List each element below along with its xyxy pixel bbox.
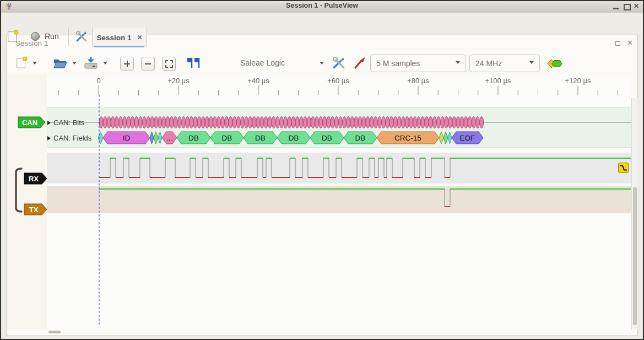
can-bits-row-label[interactable]: CAN: Bits [47, 118, 84, 127]
row-label-text: CAN: Fields [53, 134, 91, 142]
maximize-button[interactable] [624, 4, 631, 10]
horizontal-scrollbar-thumb[interactable] [48, 331, 61, 333]
rx-channel-tag[interactable]: RX [24, 174, 43, 184]
trace-label-gutter [7, 74, 47, 330]
tab-label: Session 1 [96, 34, 131, 42]
trigger-flags-icon [186, 57, 201, 69]
sample-count-select[interactable]: 5 M samples [370, 55, 466, 72]
tab-close-icon[interactable]: ✕ [137, 34, 142, 41]
save-button[interactable] [84, 56, 98, 69]
chevron-down-icon [529, 61, 534, 66]
toolbar-separator [68, 28, 69, 46]
tab-session-1[interactable]: Session 1 ✕ [92, 28, 147, 47]
add-decoder-button[interactable] [546, 59, 563, 68]
close-button[interactable]: ✕ [634, 2, 639, 10]
tx-channel-tag[interactable]: TX [24, 204, 43, 215]
row-label-text: CAN: Bits [53, 118, 84, 127]
window-title: Session 1 - PulseView [0, 2, 644, 9]
channels-button[interactable] [353, 56, 367, 70]
new-file-button[interactable] [15, 56, 28, 70]
save-dropdown-icon[interactable] [103, 62, 107, 67]
device-value: Saleae Logic [240, 58, 285, 67]
decoder-icon [546, 59, 563, 68]
configure-wrench-icon [332, 56, 346, 70]
open-folder-icon [53, 57, 67, 69]
tx-channel-row[interactable] [47, 186, 631, 213]
settings-button[interactable] [72, 28, 91, 45]
zoom-fit-icon [165, 60, 173, 68]
minus-icon [145, 63, 151, 64]
sample-rate-select[interactable]: 24 MHz [469, 55, 540, 72]
falling-edge-trigger-icon[interactable] [618, 163, 629, 173]
wrench-screwdriver-icon [75, 30, 88, 43]
rx-channel-row[interactable] [47, 153, 631, 184]
zoom-fit-button[interactable] [162, 57, 176, 71]
probe-icon [353, 56, 367, 70]
panel-float-button[interactable] [615, 41, 620, 46]
chevron-down-icon [456, 61, 460, 66]
panel-close-button[interactable]: ✕ [627, 39, 633, 47]
open-dropdown-icon[interactable] [72, 62, 77, 67]
new-file-dropdown-icon[interactable] [33, 62, 37, 67]
tab-active-accent [94, 46, 144, 47]
open-button[interactable] [53, 57, 67, 69]
can-decoder-row[interactable] [47, 107, 631, 148]
zoom-out-button[interactable] [141, 57, 155, 71]
vertical-scrollbar[interactable] [631, 98, 637, 330]
sample-rate-value: 24 MHz [475, 59, 502, 68]
device-select[interactable]: Saleae Logic [240, 58, 285, 67]
panel-title: Session 1 [15, 39, 48, 47]
zoom-in-button[interactable] [120, 57, 134, 71]
can-decoder-tag[interactable]: CAN [18, 117, 41, 128]
title-bar[interactable]: Session 1 - PulseView ✕ [0, 0, 644, 13]
plus-icon [124, 63, 130, 64]
can-fields-row-label[interactable]: CAN: Fields [47, 133, 91, 143]
expand-arrow-icon [47, 136, 51, 141]
minimize-button[interactable] [613, 3, 619, 10]
save-icon [84, 56, 98, 69]
sample-count-value: 5 M samples [376, 59, 420, 68]
main-toolbar: Run Session 1 ✕ [0, 13, 644, 35]
device-dropdown-icon[interactable] [320, 62, 324, 67]
configure-device-button[interactable] [332, 56, 346, 70]
expand-arrow-icon [47, 121, 51, 125]
new-file-icon [15, 56, 28, 70]
vertical-scrollbar-thumb[interactable] [633, 187, 637, 325]
app-window: Session 1 - PulseView ✕ Run Se [0, 0, 644, 340]
trigger-flags-button[interactable] [186, 57, 201, 69]
